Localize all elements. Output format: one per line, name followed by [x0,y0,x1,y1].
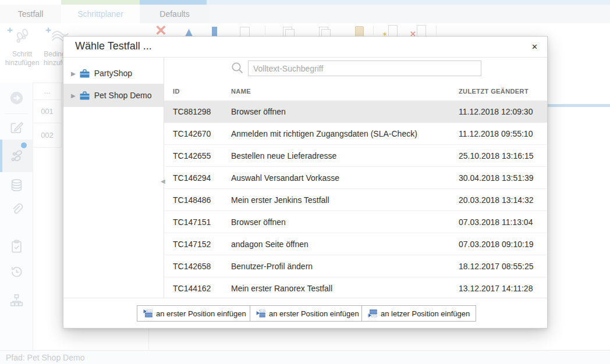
status-bar: Pfad: Pet Shop Demo [0,350,610,364]
table-row[interactable]: TC147151Browser öffnen07.03.2018 11:13:0… [164,211,547,233]
top-strip-lightblue [207,0,610,5]
tree-item-label: PartyShop [94,69,132,78]
step-row-002[interactable]: 002 [33,123,62,148]
tree-item-partyshop[interactable]: ▶ PartyShop [63,63,164,84]
tasks-icon[interactable] [9,238,24,254]
table-row[interactable]: TC147152andagon Seite öffnen07.03.2018 0… [164,233,547,255]
sidebar-divider [5,113,28,114]
tree-item-label: Pet Shop Demo [94,91,152,100]
table-row[interactable]: TC144162Mein erster Ranorex Testfall13.1… [164,277,547,291]
choose-testcase-dialog: Wähle Testfall ... ✕ ▶ PartyShop ▶ [63,36,548,329]
search-input[interactable] [248,60,481,76]
insert-first-position-button[interactable]: an erster Position einfügen [137,305,253,322]
step-list-header: ... [33,83,62,100]
history-icon[interactable] [9,263,24,279]
top-strip-blue [140,0,207,5]
table-row[interactable]: TC148486Mein erster Jenkins Testfall20.0… [164,189,547,211]
table-row[interactable]: TC881298Browser öffnen11.12.2018 12:09:3… [164,101,547,123]
search-icon [230,61,244,75]
top-strip-white [0,0,61,5]
column-id[interactable]: ID [173,88,231,95]
testcase-panel: ID NAME ZULETZT GEÄNDERT TC881298Browser… [164,57,547,298]
step-row-001[interactable]: 001 [33,100,62,123]
column-name[interactable]: NAME [231,88,459,95]
insert-first-icon [143,309,152,317]
tab-schrittplaner[interactable]: Schrittplaner [61,5,140,23]
project-tree: ▶ PartyShop ▶ [63,57,164,298]
tree-item-petshopdemo[interactable]: ▶ Pet Shop Demo [63,84,164,107]
app-window: Testfall Schrittplaner Defaults + Schrit… [0,0,610,364]
move-down-icon[interactable] [212,27,217,36]
table-row[interactable]: TC146294Auswahl Versandart Vorkasse30.04… [164,167,547,189]
table-row[interactable]: TC142655Bestellen neue Lieferadresse25.1… [164,145,547,167]
top-strip-green [61,0,140,5]
dialog-footer: an erster Position einfügen an erster Po… [63,298,547,328]
insert-indicator-bar [548,104,610,107]
dialog-titlebar: Wähle Testfall ... ✕ [63,37,547,58]
chevron-right-icon[interactable]: ▶ [71,70,76,77]
insert-first-icon [256,309,265,317]
path-label: Pfad: Pet Shop Demo [6,353,84,362]
insert-last-position-button[interactable]: an letzer Position einfügen [361,305,476,322]
footsteps-icon [13,27,31,49]
dialog-title: Wähle Testfall ... [75,40,152,52]
attachment-icon[interactable] [9,201,24,217]
briefcase-icon [79,91,90,101]
add-step-label: Schritt hinzufügen [3,50,41,67]
tab-defaults[interactable]: Defaults [140,5,210,23]
hierarchy-icon[interactable] [9,292,24,308]
database-icon[interactable] [9,177,24,193]
plus-icon: + [7,24,13,36]
left-sidebar [0,83,33,350]
table-row[interactable]: TC142658Benutzer-Profil ändern18.12.2017… [164,255,547,277]
chevron-right-icon[interactable]: ▶ [71,92,76,99]
edit-icon[interactable] [9,119,24,135]
table-header: ID NAME ZULETZT GEÄNDERT [164,82,547,101]
add-step-button[interactable]: + Schritt hinzufügen [3,27,41,67]
go-arrow-icon[interactable] [9,90,24,106]
tab-testfall[interactable]: Testfall [0,5,61,23]
testcase-list: TC881298Browser öffnen11.12.2018 12:09:3… [164,101,547,291]
steps-icon[interactable] [9,148,24,163]
insert-last-icon [368,309,377,317]
plus-icon: + [45,24,51,36]
insert-first-step-button[interactable]: an erster Position einfügen [250,305,366,322]
briefcase-icon [79,69,90,78]
column-modified[interactable]: ZULETZT GEÄNDERT [459,88,547,95]
sidebar-active-indicator [0,140,2,172]
tab-bar: Testfall Schrittplaner Defaults [0,5,610,23]
close-icon[interactable]: ✕ [529,41,540,52]
table-row[interactable]: TC142670Anmelden mit richtigen Zugangsda… [164,123,547,145]
